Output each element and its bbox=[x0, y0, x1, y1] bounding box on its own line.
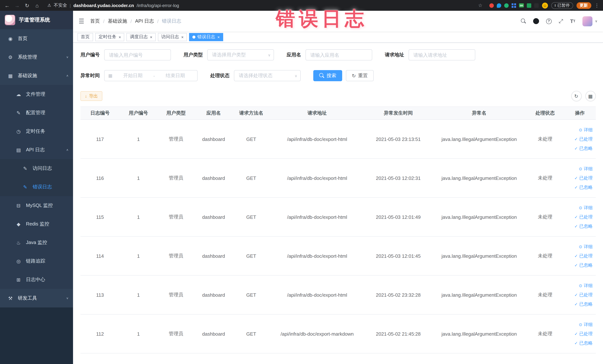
sidebar-item-label: MySQL 监控 bbox=[26, 202, 69, 209]
bookmark-star-icon[interactable]: ☆ bbox=[478, 3, 482, 8]
action-detail[interactable]: ⊙详细 bbox=[566, 281, 593, 290]
action-label: 已忽略 bbox=[579, 183, 593, 192]
sidebar-item-log-center[interactable]: ⊞日志中心 bbox=[0, 270, 73, 289]
action-ignored[interactable]: ✓已忽略 bbox=[566, 183, 593, 192]
sidebar-item-config[interactable]: ✎配置管理 bbox=[0, 104, 73, 122]
chevron-down-icon[interactable]: ∨ bbox=[595, 19, 597, 23]
sidebar-item-java[interactable]: ♨Java 监控 bbox=[0, 233, 73, 252]
font-size-icon[interactable]: TT bbox=[570, 18, 575, 24]
sidebar-item-error-log[interactable]: ✎错误日志 bbox=[0, 178, 73, 196]
action-processed[interactable]: ✓已处理 bbox=[566, 329, 593, 338]
sidebar-item-mysql[interactable]: ⊟MySQL 监控 bbox=[0, 196, 73, 215]
column-header: 异常发生时间 bbox=[364, 107, 432, 120]
reset-button[interactable]: ↻ 重置 bbox=[346, 70, 374, 81]
action-ignored[interactable]: ✓已忽略 bbox=[566, 338, 593, 348]
extension-drop-icon[interactable] bbox=[497, 3, 501, 8]
extension-on-badge[interactable]: on bbox=[519, 3, 524, 7]
help-icon[interactable]: ? bbox=[546, 18, 552, 24]
address-bar[interactable]: ⚠ 不安全 | dashboard.yudao.iocoder.cn/infra… bbox=[44, 1, 486, 10]
action-detail[interactable]: ⊙详细 bbox=[566, 242, 593, 251]
action-processed[interactable]: ✓已处理 bbox=[566, 173, 593, 183]
reload-icon[interactable]: ↻ bbox=[24, 2, 30, 8]
cell-actions: ⊙详细✓已处理✓已忽略 bbox=[564, 159, 596, 198]
app-name-input[interactable] bbox=[305, 49, 372, 60]
action-detail[interactable]: ⊙详细 bbox=[566, 320, 593, 329]
filter-label: 请求地址 bbox=[385, 52, 404, 58]
action-ignored[interactable]: ✓已忽略 bbox=[566, 222, 593, 231]
status-select[interactable]: 请选择处理状态 ∨ bbox=[234, 70, 301, 81]
action-processed[interactable]: ✓已处理 bbox=[566, 134, 593, 144]
tab-job[interactable]: 定时任务× bbox=[95, 33, 124, 41]
profile-avatar-icon[interactable]: ☺ bbox=[542, 2, 548, 8]
hamburger-icon[interactable]: ☰ bbox=[79, 17, 84, 25]
close-icon[interactable]: × bbox=[150, 35, 152, 39]
action-label: 详细 bbox=[584, 281, 593, 290]
extension-puzzle-icon[interactable] bbox=[534, 3, 539, 8]
cell-app-name: dashboard bbox=[195, 120, 232, 159]
user-type-select[interactable]: 请选择用户类型 ∨ bbox=[207, 49, 274, 60]
update-button[interactable]: 更新 bbox=[576, 2, 591, 9]
action-ignored[interactable]: ✓已忽略 bbox=[566, 260, 593, 270]
date-range-picker[interactable]: ▦ 开始日期 - 结束日期 bbox=[104, 70, 197, 81]
tags-view: 首页定时任务×调度日志×访问日志×错误日志× bbox=[73, 32, 603, 43]
action-detail[interactable]: ⊙详细 bbox=[566, 164, 593, 173]
filter-label: 用户类型 bbox=[184, 52, 203, 58]
action-processed[interactable]: ✓已处理 bbox=[566, 212, 593, 222]
extension-red-icon[interactable] bbox=[489, 3, 494, 8]
export-button[interactable]: ↓ 导出 bbox=[81, 91, 102, 101]
check-icon: ✓ bbox=[574, 173, 578, 183]
back-icon[interactable]: ← bbox=[4, 2, 10, 8]
sidebar-item-devtools[interactable]: ⚒研发工具∨ bbox=[0, 289, 73, 307]
search-icon[interactable] bbox=[521, 19, 526, 24]
sidebar-item-system[interactable]: ⚙系统管理∨ bbox=[0, 48, 73, 66]
cell-user-id: 1 bbox=[120, 198, 157, 236]
paused-badge[interactable]: ‖ 已暂停 bbox=[551, 2, 573, 9]
action-ignored[interactable]: ✓已忽略 bbox=[566, 144, 593, 153]
sidebar-item-home[interactable]: ◉首页 bbox=[0, 29, 73, 48]
close-icon[interactable]: × bbox=[181, 35, 184, 39]
action-ignored[interactable]: ✓已忽略 bbox=[566, 299, 593, 309]
close-icon[interactable]: × bbox=[217, 35, 220, 39]
column-header: 异常名 bbox=[432, 107, 526, 120]
sidebar-item-file[interactable]: ☁文件管理 bbox=[0, 85, 73, 104]
extension-leaf-icon[interactable] bbox=[527, 3, 531, 8]
cell-status: 未处理 bbox=[526, 159, 564, 198]
home-icon[interactable]: ⌂ bbox=[34, 2, 40, 8]
table-row: 1171管理员dashboardGET/api/infra/db-doc/exp… bbox=[81, 120, 596, 159]
action-processed[interactable]: ✓已处理 bbox=[566, 290, 593, 299]
sidebar-item-job[interactable]: ◷定时任务 bbox=[0, 122, 73, 141]
extension-green-circle-icon[interactable] bbox=[504, 3, 509, 8]
tab-error-log[interactable]: 错误日志× bbox=[189, 33, 223, 41]
breadcrumb-item[interactable]: 首页 bbox=[90, 18, 100, 24]
sidebar-item-access-log[interactable]: ✎访问日志 bbox=[0, 159, 73, 178]
action-label: 详细 bbox=[584, 125, 593, 134]
search-button[interactable]: 搜索 bbox=[313, 70, 342, 81]
sidebar-item-trace[interactable]: ◎链路追踪 bbox=[0, 252, 73, 270]
action-detail[interactable]: ⊙详细 bbox=[566, 125, 593, 134]
cell-url: /api/infra/db-doc/export-html bbox=[270, 275, 364, 314]
column-settings-button[interactable]: ▦ bbox=[585, 91, 596, 101]
user-id-input[interactable] bbox=[104, 49, 171, 60]
tab-job-log[interactable]: 调度日志× bbox=[127, 33, 156, 41]
close-icon[interactable]: × bbox=[119, 35, 121, 39]
sidebar-item-redis[interactable]: ◆Redis 监控 bbox=[0, 215, 73, 233]
extension-grid-icon[interactable] bbox=[512, 3, 516, 8]
action-detail[interactable]: ⊙详细 bbox=[566, 203, 593, 212]
request-url-input[interactable] bbox=[408, 49, 475, 60]
refresh-button[interactable]: ↻ bbox=[571, 91, 581, 101]
breadcrumb-item[interactable]: 基础设施 bbox=[108, 18, 127, 24]
log-icon: ▤ bbox=[16, 147, 22, 153]
breadcrumb-item[interactable]: API 日志 bbox=[135, 18, 154, 24]
forward-icon[interactable]: → bbox=[14, 2, 20, 8]
fullscreen-icon[interactable]: ⤢ bbox=[559, 18, 563, 24]
action-processed[interactable]: ✓已处理 bbox=[566, 251, 593, 260]
app-logo[interactable]: 芋道管理系统 bbox=[0, 11, 73, 29]
tab-access-log[interactable]: 访问日志× bbox=[158, 33, 187, 41]
sidebar-item-infra[interactable]: ▦基础设施∧ bbox=[0, 66, 73, 85]
github-icon[interactable] bbox=[533, 18, 539, 24]
tab-home[interactable]: 首页 bbox=[78, 33, 93, 41]
user-avatar[interactable] bbox=[582, 16, 592, 26]
tab-label: 访问日志 bbox=[161, 34, 179, 40]
sidebar-item-api-log[interactable]: ▤API 日志∧ bbox=[0, 141, 73, 159]
browser-menu-icon[interactable]: ⋮ bbox=[594, 3, 599, 8]
